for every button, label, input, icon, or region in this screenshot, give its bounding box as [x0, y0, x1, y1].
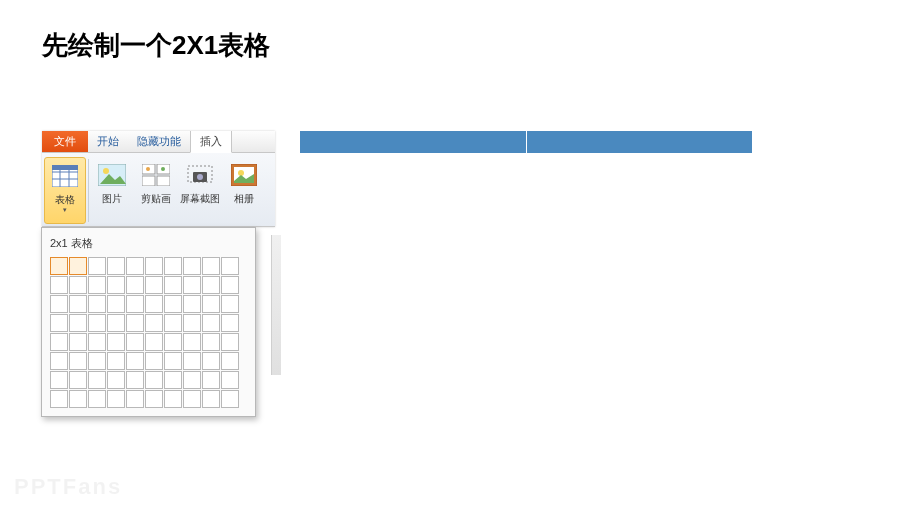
grid-cell[interactable]: [183, 276, 201, 294]
grid-cell[interactable]: [221, 314, 239, 332]
tab-home[interactable]: 开始: [88, 131, 128, 152]
table-size-grid[interactable]: [48, 257, 249, 408]
grid-cell[interactable]: [164, 333, 182, 351]
grid-cell[interactable]: [202, 333, 220, 351]
grid-cell[interactable]: [107, 295, 125, 313]
grid-cell[interactable]: [88, 390, 106, 408]
grid-cell[interactable]: [50, 352, 68, 370]
grid-cell[interactable]: [164, 257, 182, 275]
dropdown-caret-icon: ▾: [63, 206, 67, 213]
clipart-button-label: 剪贴画: [141, 193, 171, 205]
grid-cell[interactable]: [88, 371, 106, 389]
scrollbar[interactable]: [271, 235, 281, 375]
grid-cell[interactable]: [183, 352, 201, 370]
grid-cell[interactable]: [107, 257, 125, 275]
clipart-icon: [140, 159, 172, 191]
grid-cell[interactable]: [50, 371, 68, 389]
grid-cell[interactable]: [126, 314, 144, 332]
grid-cell[interactable]: [126, 257, 144, 275]
clipart-button[interactable]: 剪贴画: [135, 157, 177, 224]
grid-cell[interactable]: [183, 333, 201, 351]
grid-cell[interactable]: [145, 333, 163, 351]
picture-button[interactable]: 图片: [91, 157, 133, 224]
grid-cell[interactable]: [88, 352, 106, 370]
grid-cell[interactable]: [69, 390, 87, 408]
grid-cell[interactable]: [221, 257, 239, 275]
grid-cell[interactable]: [107, 371, 125, 389]
grid-cell[interactable]: [107, 276, 125, 294]
grid-cell[interactable]: [221, 295, 239, 313]
grid-cell[interactable]: [69, 276, 87, 294]
grid-cell[interactable]: [145, 390, 163, 408]
grid-cell[interactable]: [126, 276, 144, 294]
grid-cell[interactable]: [88, 257, 106, 275]
tab-file[interactable]: 文件: [42, 131, 88, 152]
grid-cell[interactable]: [126, 371, 144, 389]
grid-cell[interactable]: [107, 390, 125, 408]
grid-cell[interactable]: [164, 314, 182, 332]
grid-cell[interactable]: [50, 333, 68, 351]
grid-cell[interactable]: [164, 371, 182, 389]
grid-cell[interactable]: [69, 257, 87, 275]
grid-cell[interactable]: [145, 314, 163, 332]
grid-cell[interactable]: [107, 314, 125, 332]
grid-cell[interactable]: [50, 314, 68, 332]
picture-icon: [96, 159, 128, 191]
screenshot-button-label: 屏幕截图: [180, 193, 220, 205]
grid-cell[interactable]: [107, 352, 125, 370]
grid-cell[interactable]: [145, 371, 163, 389]
grid-cell[interactable]: [183, 371, 201, 389]
table-cell[interactable]: [527, 131, 753, 153]
grid-cell[interactable]: [202, 352, 220, 370]
grid-cell[interactable]: [69, 314, 87, 332]
grid-cell[interactable]: [69, 352, 87, 370]
grid-cell[interactable]: [221, 333, 239, 351]
grid-cell[interactable]: [221, 276, 239, 294]
svg-rect-11: [157, 176, 170, 186]
grid-cell[interactable]: [145, 257, 163, 275]
album-button[interactable]: 相册: [223, 157, 265, 224]
grid-cell[interactable]: [221, 371, 239, 389]
grid-cell[interactable]: [50, 276, 68, 294]
grid-cell[interactable]: [202, 371, 220, 389]
grid-cell[interactable]: [69, 295, 87, 313]
grid-cell[interactable]: [202, 295, 220, 313]
grid-cell[interactable]: [164, 276, 182, 294]
grid-cell[interactable]: [202, 276, 220, 294]
grid-cell[interactable]: [50, 295, 68, 313]
table-button-label: 表格: [55, 194, 75, 206]
grid-cell[interactable]: [183, 390, 201, 408]
grid-cell[interactable]: [145, 352, 163, 370]
grid-cell[interactable]: [145, 295, 163, 313]
grid-cell[interactable]: [88, 314, 106, 332]
grid-cell[interactable]: [221, 352, 239, 370]
grid-cell[interactable]: [202, 257, 220, 275]
grid-cell[interactable]: [164, 295, 182, 313]
grid-cell[interactable]: [202, 314, 220, 332]
grid-cell[interactable]: [164, 352, 182, 370]
screenshot-button[interactable]: 屏幕截图: [179, 157, 221, 224]
table-cell[interactable]: [300, 131, 527, 153]
grid-cell[interactable]: [126, 390, 144, 408]
tab-insert[interactable]: 插入: [190, 131, 232, 153]
grid-cell[interactable]: [88, 295, 106, 313]
grid-cell[interactable]: [126, 295, 144, 313]
grid-cell[interactable]: [145, 276, 163, 294]
grid-cell[interactable]: [50, 390, 68, 408]
grid-cell[interactable]: [69, 333, 87, 351]
grid-cell[interactable]: [202, 390, 220, 408]
grid-cell[interactable]: [107, 333, 125, 351]
grid-cell[interactable]: [88, 333, 106, 351]
grid-cell[interactable]: [164, 390, 182, 408]
grid-cell[interactable]: [183, 314, 201, 332]
grid-cell[interactable]: [50, 257, 68, 275]
table-button[interactable]: 表格 ▾: [44, 157, 86, 224]
grid-cell[interactable]: [183, 257, 201, 275]
grid-cell[interactable]: [69, 371, 87, 389]
grid-cell[interactable]: [221, 390, 239, 408]
grid-cell[interactable]: [126, 352, 144, 370]
tab-hidden[interactable]: 隐藏功能: [128, 131, 190, 152]
grid-cell[interactable]: [126, 333, 144, 351]
grid-cell[interactable]: [183, 295, 201, 313]
grid-cell[interactable]: [88, 276, 106, 294]
